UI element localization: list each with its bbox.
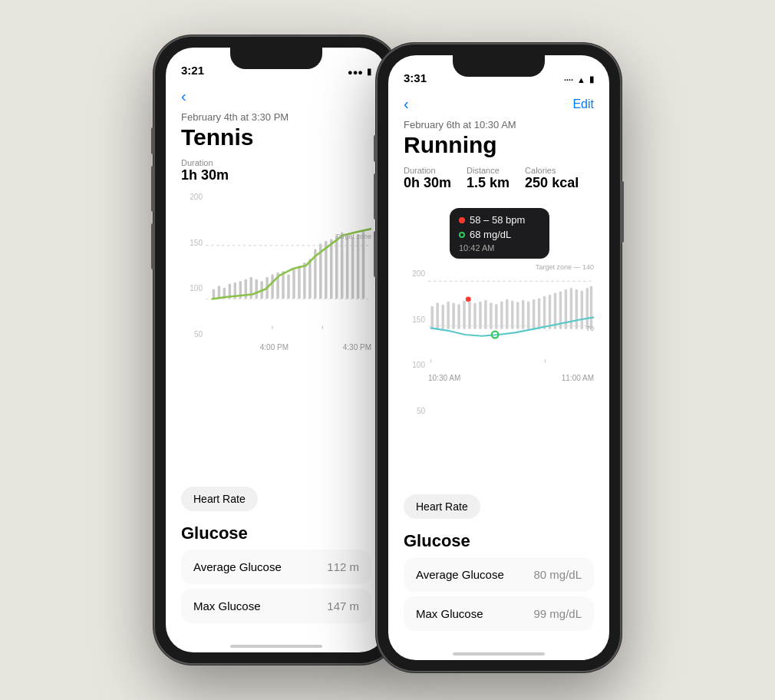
svg-rect-25	[335, 236, 338, 299]
tooltip-bpm-text: 58 – 58 bpm	[470, 214, 525, 226]
x-labels-1: 4:00 PM 4:30 PM	[206, 342, 371, 353]
x-label-430pm: 4:30 PM	[343, 343, 371, 352]
edit-button-2[interactable]: Edit	[572, 97, 594, 111]
chart-area-2: 58 – 58 bpm 68 mg/dL 10:42 AM 200 150 10…	[404, 200, 594, 488]
glucose-title-1: Glucose	[181, 523, 371, 543]
stat-duration-2: Duration 0h 30m	[404, 166, 451, 191]
workout-title-2: Running	[404, 132, 594, 158]
svg-rect-65	[586, 288, 589, 329]
glucose-max-value-1: 147 m	[327, 599, 359, 612]
svg-rect-18	[298, 266, 300, 299]
svg-rect-45	[479, 301, 481, 329]
svg-rect-49	[500, 301, 503, 329]
svg-point-42	[466, 296, 471, 302]
svg-rect-35	[430, 306, 433, 329]
status-icons-1: ●●● ▮	[348, 67, 371, 77]
back-row-1: ‹	[181, 88, 371, 105]
phone-1-screen: 3:21 ●●● ▮ ‹ February 4th at 3:30 PM Ten…	[166, 48, 387, 652]
stats-row-2: Duration 0h 30m Distance 1.5 km Calories…	[404, 166, 594, 191]
stat-value-distance-2: 1.5 km	[467, 175, 510, 191]
svg-rect-36	[436, 302, 438, 329]
svg-rect-17	[292, 269, 295, 299]
tooltip-dot-green	[459, 232, 465, 238]
dots-icon-2: ····	[564, 75, 573, 84]
target-right-label-2: 70	[586, 325, 594, 332]
svg-rect-39	[452, 302, 454, 329]
notch-1	[230, 48, 322, 69]
svg-rect-27	[346, 236, 348, 299]
chart-svg-1	[206, 193, 371, 338]
y-150-2: 150	[404, 315, 425, 324]
glucose-card-avg-2: Average Glucose 80 mg/dL	[404, 557, 594, 592]
stat-calories-2: Calories 250 kcal	[525, 166, 579, 191]
glucose-avg-name-2: Average Glucose	[416, 568, 504, 581]
heart-rate-button-1[interactable]: Heart Rate	[181, 487, 258, 511]
svg-rect-66	[590, 286, 592, 329]
stat-value-calories-2: 250 kcal	[525, 175, 579, 191]
status-time-2: 3:31	[404, 71, 427, 84]
status-icons-2: ···· ▲ ▮	[564, 74, 594, 84]
glucose-max-value-2: 99 mg/dL	[533, 607, 582, 620]
y-labels-1: 200 150 100 50	[181, 193, 203, 338]
chart-svg-2	[428, 269, 594, 369]
svg-rect-30	[362, 232, 364, 299]
svg-rect-13	[271, 274, 273, 299]
glucose-avg-name-1: Average Glucose	[193, 560, 282, 573]
svg-rect-40	[457, 304, 460, 329]
glucose-section-2: Glucose Average Glucose 80 mg/dL Max Glu…	[404, 531, 594, 636]
back-button-1[interactable]: ‹	[181, 88, 186, 105]
stat-duration-1: Duration 1h 30m	[181, 158, 229, 183]
svg-rect-43	[468, 301, 470, 329]
tooltip-dot-red	[459, 217, 465, 223]
phone-2: 3:31 ···· ▲ ▮ ‹ Edit February 6th at 10:…	[376, 43, 622, 672]
stat-label-distance-2: Distance	[467, 166, 510, 175]
x-labels-2: 10:30 AM 11:00 AM	[428, 372, 594, 384]
workout-title-1: Tennis	[181, 124, 371, 150]
workout-date-1: February 4th at 3:30 PM	[181, 111, 371, 123]
svg-rect-56	[538, 298, 540, 329]
svg-rect-53	[522, 300, 524, 329]
y-50-2: 50	[404, 407, 425, 415]
glucose-section-1: Glucose Average Glucose 112 m Max Glucos…	[181, 523, 371, 628]
glucose-avg-value-2: 80 mg/dL	[533, 568, 582, 581]
svg-rect-38	[447, 301, 449, 329]
signal-icon-1: ●●●	[348, 68, 363, 77]
svg-rect-29	[357, 234, 359, 299]
svg-rect-20	[308, 259, 311, 299]
svg-rect-19	[303, 262, 305, 299]
phone-2-screen: 3:31 ···· ▲ ▮ ‹ Edit February 6th at 10:…	[388, 55, 609, 660]
svg-rect-37	[441, 305, 444, 329]
x-label-1100am: 11:00 AM	[562, 374, 594, 382]
stat-value-duration-1: 1h 30m	[181, 167, 229, 183]
tooltip-glucose-text: 68 mg/dL	[470, 229, 511, 240]
svg-rect-51	[511, 301, 513, 329]
battery-icon-1: ▮	[367, 67, 371, 77]
svg-rect-26	[341, 232, 343, 299]
heart-rate-button-2[interactable]: Heart Rate	[404, 494, 480, 519]
glucose-card-avg-1: Average Glucose 112 m	[181, 550, 371, 584]
svg-rect-52	[516, 302, 519, 329]
svg-rect-64	[581, 291, 583, 330]
glucose-card-max-1: Max Glucose 147 m	[181, 589, 371, 623]
svg-rect-55	[533, 299, 535, 329]
y-150-1: 150	[181, 239, 203, 247]
status-time-1: 3:21	[181, 64, 204, 77]
glucose-max-name-2: Max Glucose	[416, 607, 483, 620]
phones-container: 3:21 ●●● ▮ ‹ February 4th at 3:30 PM Ten…	[153, 28, 622, 672]
svg-rect-41	[463, 301, 465, 329]
glucose-max-name-1: Max Glucose	[193, 599, 261, 612]
y-200-1: 200	[181, 193, 203, 201]
back-button-2[interactable]: ‹	[404, 95, 409, 113]
svg-rect-46	[484, 300, 486, 329]
home-indicator-1	[230, 645, 322, 648]
glucose-card-max-2: Max Glucose 99 mg/dL	[404, 596, 594, 631]
back-row-2: ‹ Edit	[404, 95, 594, 113]
glucose-title-2: Glucose	[404, 531, 594, 551]
y-100-2: 100	[404, 361, 425, 369]
svg-rect-54	[527, 301, 529, 329]
svg-rect-9	[249, 277, 252, 299]
tooltip-glucose-row: 68 mg/dL	[459, 229, 540, 240]
home-indicator-2	[453, 652, 545, 655]
x-label-1030am: 10:30 AM	[428, 374, 460, 382]
stat-distance-2: Distance 1.5 km	[467, 166, 510, 191]
